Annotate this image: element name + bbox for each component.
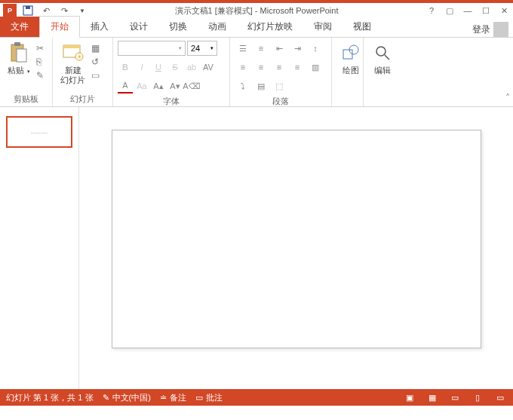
- editing-label: 编辑: [374, 66, 391, 75]
- tab-home[interactable]: 开始: [39, 16, 80, 38]
- columns-icon[interactable]: ▥: [307, 60, 324, 75]
- slide-canvas[interactable]: [112, 130, 481, 348]
- underline-button[interactable]: U: [151, 60, 166, 75]
- italic-button[interactable]: I: [134, 60, 149, 75]
- strike-button[interactable]: S: [167, 60, 183, 75]
- shadow-button[interactable]: ab: [184, 60, 199, 75]
- paragraph-group-label: 段落: [235, 94, 327, 107]
- presenter-view-icon[interactable]: ▭: [493, 392, 507, 403]
- svg-text:✳: ✳: [76, 54, 81, 60]
- editing-group-label: [368, 94, 391, 105]
- window-controls: ? ▢ — ☐ ✕: [425, 5, 510, 17]
- slides-group-label: 幻灯片: [57, 92, 108, 105]
- layout-icon[interactable]: ▦: [91, 43, 103, 54]
- slide-counter[interactable]: 幻灯片 第 1 张，共 1 张: [6, 392, 94, 403]
- spellcheck-icon: ✎: [103, 393, 109, 403]
- smartart-icon[interactable]: ⬚: [271, 78, 287, 94]
- help-icon[interactable]: ?: [425, 5, 438, 17]
- workspace: ................: [0, 107, 513, 389]
- drawing-group-label: [336, 94, 358, 105]
- login-label: 登录: [472, 23, 490, 36]
- paste-icon: [8, 41, 30, 64]
- group-clipboard: 粘贴 ▾ ✂ ⎘ ✎ 剪贴板: [0, 38, 53, 106]
- format-painter-icon[interactable]: ✎: [36, 70, 48, 81]
- paste-label: 粘贴 ▾: [8, 66, 29, 75]
- tab-design[interactable]: 设计: [119, 17, 158, 37]
- tab-animations[interactable]: 动画: [198, 17, 237, 37]
- copy-icon[interactable]: ⎘: [36, 57, 48, 67]
- grow-font-icon[interactable]: A▴: [151, 78, 166, 94]
- bullets-icon[interactable]: ☰: [235, 41, 251, 56]
- tab-review[interactable]: 审阅: [303, 17, 343, 37]
- comments-icon: ▭: [195, 393, 203, 403]
- group-slides: ✳ 新建 幻灯片 ▦ ↺ ▭ 幻灯片: [53, 38, 113, 106]
- tab-insert[interactable]: 插入: [80, 17, 119, 37]
- ribbon-tabs: 文件 开始 插入 设计 切换 动画 幻灯片放映 审阅 视图 登录: [0, 18, 513, 38]
- line-spacing-icon[interactable]: ↕: [307, 41, 324, 56]
- indent-decrease-icon[interactable]: ⇤: [271, 41, 287, 56]
- ribbon: 粘贴 ▾ ✂ ⎘ ✎ 剪贴板 ✳ 新建 幻灯片 ▦ ↺ ▭ 幻灯片: [0, 38, 513, 107]
- section-icon[interactable]: ▭: [91, 70, 103, 81]
- font-color-icon[interactable]: A: [118, 78, 133, 94]
- shrink-font-icon[interactable]: A▾: [167, 78, 183, 94]
- maximize-icon[interactable]: ☐: [480, 5, 492, 17]
- notes-icon: ≐: [160, 393, 167, 403]
- bold-button[interactable]: B: [118, 60, 133, 75]
- clear-format-icon[interactable]: A⌫: [184, 78, 199, 94]
- align-left-icon[interactable]: ≡: [235, 60, 251, 75]
- comments-button[interactable]: ▭ 批注: [195, 392, 223, 403]
- change-case-button[interactable]: Aa: [134, 78, 149, 94]
- normal-view-icon[interactable]: ▣: [403, 392, 416, 403]
- align-center-icon[interactable]: ≡: [253, 60, 269, 75]
- tab-view[interactable]: 视图: [343, 17, 382, 37]
- group-editing: 编辑: [364, 38, 395, 106]
- tab-slideshow[interactable]: 幻灯片放映: [237, 17, 303, 37]
- new-slide-icon: ✳: [62, 41, 84, 64]
- collapse-ribbon-icon[interactable]: ˄: [505, 93, 510, 103]
- font-group-label: 字体: [118, 94, 225, 107]
- close-icon[interactable]: ✕: [498, 5, 510, 17]
- svg-rect-6: [63, 45, 80, 48]
- numbering-icon[interactable]: ≡: [253, 41, 269, 56]
- thumb-preview: ................: [31, 130, 48, 134]
- tab-file[interactable]: 文件: [0, 17, 39, 37]
- group-drawing: 绘图: [332, 38, 364, 106]
- svg-point-11: [376, 47, 386, 56]
- avatar-icon: [493, 22, 508, 37]
- group-font: ▾ 24▾ B I U S ab AV A Aa A▴ A▾ A⌫ 字体: [113, 38, 230, 106]
- slide-thumbnail-1[interactable]: ................: [6, 116, 72, 148]
- editing-button[interactable]: 编辑: [368, 40, 397, 77]
- font-family-combo[interactable]: ▾: [118, 41, 186, 56]
- reset-icon[interactable]: ↺: [91, 57, 103, 67]
- drawing-label: 绘图: [343, 66, 359, 75]
- align-text-icon[interactable]: ▤: [253, 78, 269, 94]
- find-icon: [371, 41, 394, 64]
- save-icon[interactable]: [21, 4, 35, 17]
- drawing-button[interactable]: 绘图: [336, 40, 365, 77]
- cut-icon[interactable]: ✂: [36, 43, 48, 54]
- slideshow-view-icon[interactable]: ▯: [471, 392, 484, 403]
- spacing-icon[interactable]: AV: [201, 60, 216, 75]
- justify-icon[interactable]: ≡: [289, 60, 306, 75]
- text-direction-icon[interactable]: ⤵: [235, 78, 251, 94]
- clipboard-group-label: 剪贴板: [5, 92, 48, 105]
- minimize-icon[interactable]: —: [462, 5, 474, 17]
- language-indicator[interactable]: ✎ 中文(中国): [103, 392, 151, 403]
- group-paragraph: ☰ ≡ ⇤ ⇥ ↕ ≡ ≡ ≡ ≡ ▥ ⤵ ▤ ⬚ 段落: [230, 38, 332, 106]
- svg-rect-1: [26, 6, 30, 9]
- shapes-icon: [339, 41, 362, 64]
- font-size-combo[interactable]: 24▾: [187, 41, 217, 56]
- notes-button[interactable]: ≐ 备注: [160, 392, 186, 403]
- svg-rect-9: [343, 50, 352, 59]
- new-slide-button[interactable]: ✳ 新建 幻灯片: [57, 40, 88, 87]
- reading-view-icon[interactable]: ▭: [448, 392, 462, 403]
- slide-thumbnail-pane: ................: [0, 107, 79, 389]
- align-right-icon[interactable]: ≡: [271, 60, 287, 75]
- sorter-view-icon[interactable]: ▦: [425, 392, 439, 403]
- ribbon-display-icon[interactable]: ▢: [444, 5, 456, 17]
- tab-transitions[interactable]: 切换: [158, 17, 198, 37]
- login-area[interactable]: 登录: [472, 22, 508, 37]
- statusbar: 幻灯片 第 1 张，共 1 张 ✎ 中文(中国) ≐ 备注 ▭ 批注 ▣ ▦ ▭…: [0, 389, 513, 406]
- indent-increase-icon[interactable]: ⇥: [289, 41, 306, 56]
- paste-button[interactable]: 粘贴 ▾: [5, 40, 33, 77]
